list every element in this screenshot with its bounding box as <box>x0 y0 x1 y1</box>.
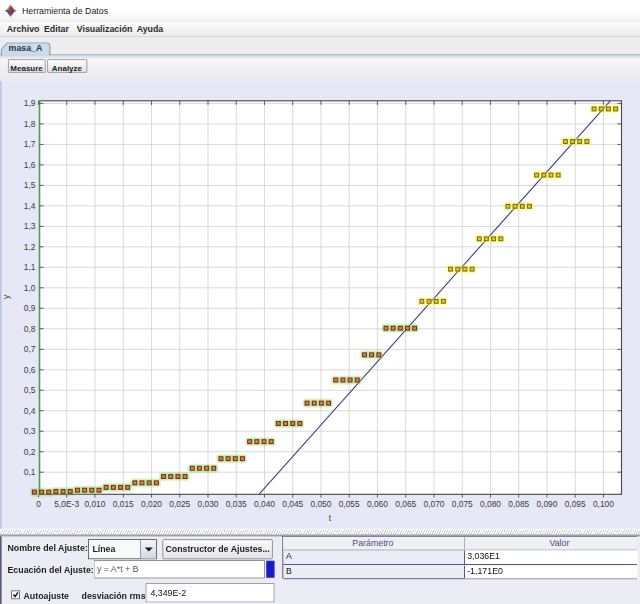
svg-text:1,7: 1,7 <box>24 139 36 149</box>
svg-text:0,045: 0,045 <box>282 499 303 509</box>
svg-text:0,2: 0,2 <box>24 447 36 457</box>
svg-text:0,010: 0,010 <box>84 499 105 509</box>
svg-text:0,3: 0,3 <box>24 426 36 436</box>
svg-text:0,080: 0,080 <box>480 499 501 509</box>
svg-text:0,9: 0,9 <box>24 303 36 313</box>
svg-text:0,065: 0,065 <box>395 499 416 509</box>
svg-text:0,030: 0,030 <box>198 499 219 509</box>
svg-text:0,025: 0,025 <box>169 499 190 509</box>
svg-text:0,075: 0,075 <box>452 499 473 509</box>
svg-text:1,5: 1,5 <box>24 180 36 190</box>
svg-text:0,060: 0,060 <box>367 499 388 509</box>
svg-text:0,5: 0,5 <box>24 385 36 395</box>
svg-text:1,3: 1,3 <box>24 221 36 231</box>
svg-text:1,2: 1,2 <box>24 242 36 252</box>
svg-text:0,020: 0,020 <box>141 499 162 509</box>
svg-text:t: t <box>329 513 332 523</box>
svg-text:0,070: 0,070 <box>424 499 445 509</box>
svg-text:0,1: 0,1 <box>24 467 36 477</box>
svg-text:0,095: 0,095 <box>565 499 586 509</box>
svg-text:0,4: 0,4 <box>24 406 36 416</box>
svg-text:0,090: 0,090 <box>536 499 557 509</box>
svg-text:1,0: 1,0 <box>24 283 36 293</box>
svg-text:1,1: 1,1 <box>24 262 36 272</box>
svg-text:y: y <box>1 294 11 299</box>
svg-text:0,085: 0,085 <box>508 499 529 509</box>
svg-text:5,0E-3: 5,0E-3 <box>54 499 79 509</box>
svg-text:0,015: 0,015 <box>113 499 134 509</box>
svg-text:0: 0 <box>36 499 41 509</box>
svg-text:1,8: 1,8 <box>24 119 36 129</box>
svg-text:0,7: 0,7 <box>24 344 36 354</box>
svg-text:1,9: 1,9 <box>24 98 36 108</box>
svg-text:1,4: 1,4 <box>24 201 36 211</box>
svg-text:0,055: 0,055 <box>339 499 360 509</box>
svg-text:0,100: 0,100 <box>593 499 614 509</box>
svg-text:0,050: 0,050 <box>310 499 331 509</box>
svg-text:0,6: 0,6 <box>24 365 36 375</box>
svg-text:1,6: 1,6 <box>24 160 36 170</box>
svg-text:0,8: 0,8 <box>24 324 36 334</box>
svg-text:0,035: 0,035 <box>226 499 247 509</box>
svg-text:0,040: 0,040 <box>254 499 275 509</box>
